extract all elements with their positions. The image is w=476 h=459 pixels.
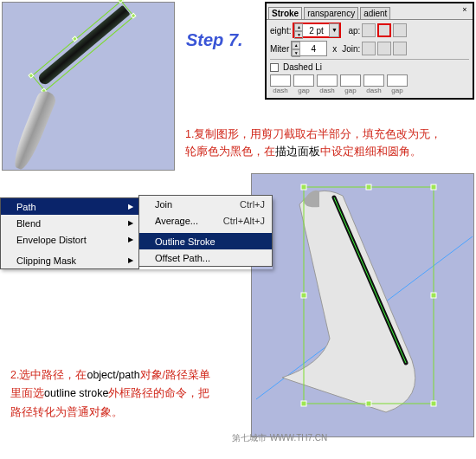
miter-value[interactable]: 4 xyxy=(300,44,326,54)
weight-label: eight: xyxy=(270,26,291,36)
menu-item-average[interactable]: Average...Ctrl+Alt+J xyxy=(139,212,272,229)
stroke-panel[interactable]: × Stroke ransparency adient eight: ▲▼ 2 … xyxy=(265,2,474,100)
weight-stepper[interactable]: ▲▼ xyxy=(294,23,303,37)
svg-rect-4 xyxy=(431,184,436,190)
weight-value[interactable]: 2 pt xyxy=(303,26,329,36)
panel-body: eight: ▲▼ 2 pt ▼ ap: Miter ▲▼ 4 x Join: xyxy=(267,19,473,98)
gap-input[interactable] xyxy=(340,74,361,87)
submenu-arrow-icon: ▶ xyxy=(128,236,133,243)
svg-rect-6 xyxy=(431,293,436,298)
menu-item-blend[interactable]: Blend▶ xyxy=(1,215,138,231)
tab-gradient[interactable]: adient xyxy=(360,7,390,19)
cap-butt-button[interactable] xyxy=(362,23,376,37)
panel-close-icon[interactable]: × xyxy=(460,5,469,14)
dashed-checkbox[interactable] xyxy=(270,63,279,72)
svg-rect-5 xyxy=(301,293,306,298)
submenu-arrow-icon: ▶ xyxy=(128,256,133,264)
weight-dropdown[interactable]: ▼ xyxy=(329,23,339,37)
join-bevel-button[interactable] xyxy=(393,42,407,55)
step-heading: Step 7. xyxy=(186,30,243,50)
miter-label: Miter xyxy=(270,44,289,54)
tab-transparency[interactable]: ransparency xyxy=(304,7,358,19)
gap-input[interactable] xyxy=(387,74,408,87)
menu-item-outline-stroke[interactable]: Outline Stroke xyxy=(139,233,272,249)
submenu-arrow-icon: ▶ xyxy=(128,203,133,210)
svg-rect-8 xyxy=(366,401,371,406)
tab-stroke[interactable]: Stroke xyxy=(268,7,302,19)
join-round-button[interactable] xyxy=(377,42,391,55)
menu-item-join[interactable]: JoinCtrl+J xyxy=(139,196,272,212)
svg-rect-3 xyxy=(366,184,371,190)
menu-level-1[interactable]: Path▶ Blend▶ Envelope Distort▶ Clipping … xyxy=(0,197,139,269)
instruction-text-1: 1.复制图形，用剪刀截取右半部分，填充色改为无， 轮廓色为黑色，在描边面板中设定… xyxy=(185,126,441,160)
svg-rect-7 xyxy=(301,401,306,406)
dash-input[interactable] xyxy=(317,74,338,87)
miter-stepper[interactable]: ▲▼ xyxy=(292,42,300,55)
dashed-label: Dashed Li xyxy=(283,62,322,72)
selection-bounds[interactable] xyxy=(32,1,135,92)
svg-rect-9 xyxy=(431,401,436,406)
instruction-text-2: 2.选中路径，在object/path对象/路径菜单 里面选outline st… xyxy=(10,366,253,422)
watermark-footer: 第七城市 WWW.TH7.CN xyxy=(232,430,327,444)
knife-shape xyxy=(16,94,106,171)
dash-input[interactable] xyxy=(270,74,291,87)
cap-square-button[interactable] xyxy=(393,23,407,37)
dash-row: dash gap dash gap dash gap xyxy=(270,74,469,94)
cap-round-button[interactable] xyxy=(377,23,391,37)
canvas-panel-1 xyxy=(2,2,175,171)
menu-item-clipping-mask[interactable]: Clipping Mask▶ xyxy=(1,252,138,268)
submenu-arrow-icon: ▶ xyxy=(128,219,133,227)
dash-input[interactable] xyxy=(363,74,384,87)
miter-input[interactable]: ▲▼ 4 xyxy=(291,41,327,56)
menu-item-path[interactable]: Path▶ xyxy=(1,198,138,215)
join-label: Join: xyxy=(342,44,360,54)
menu-item-envelope-distort[interactable]: Envelope Distort▶ xyxy=(1,231,138,248)
context-menu[interactable]: Path▶ Blend▶ Envelope Distort▶ Clipping … xyxy=(0,197,273,269)
panel-tabs[interactable]: Stroke ransparency adient xyxy=(267,3,473,19)
cap-label: ap: xyxy=(348,26,360,36)
svg-rect-2 xyxy=(301,184,306,190)
menu-level-2[interactable]: JoinCtrl+J Average...Ctrl+Alt+J Outline … xyxy=(138,195,273,267)
scroll-illustration xyxy=(252,174,475,438)
gap-input[interactable] xyxy=(293,74,314,87)
join-miter-button[interactable] xyxy=(362,42,376,55)
canvas-panel-2 xyxy=(251,173,474,437)
weight-input[interactable]: ▲▼ 2 pt ▼ xyxy=(293,23,341,38)
menu-item-offset-path[interactable]: Offset Path... xyxy=(139,249,272,266)
miter-suffix: x xyxy=(332,44,337,54)
